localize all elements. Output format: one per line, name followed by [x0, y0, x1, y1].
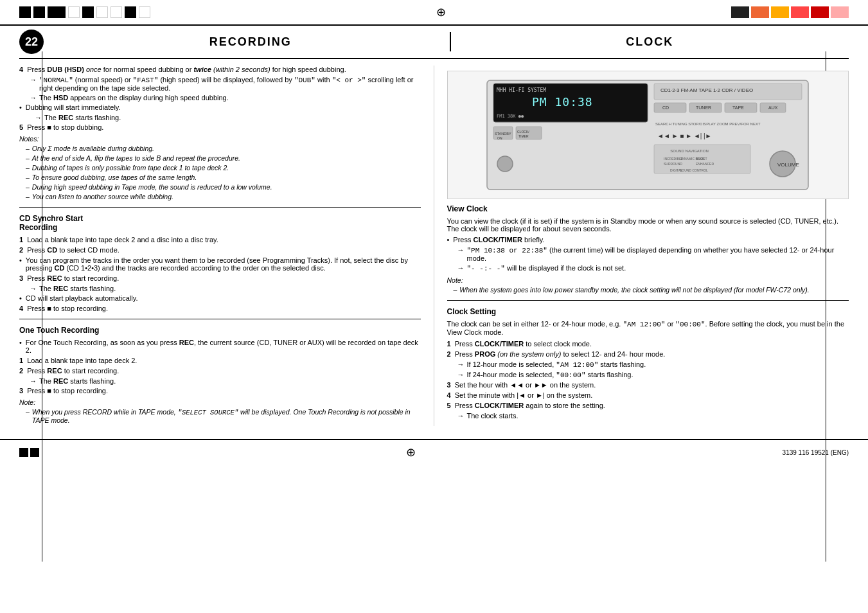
- arrow-icon-2: →: [30, 94, 37, 102]
- cd-arrow-icon-1: →: [30, 285, 37, 292]
- view-clock-body: You can view the clock (if it is set) if…: [447, 217, 849, 233]
- svg-text:FM1 38K ●●: FM1 38K ●●: [497, 114, 524, 119]
- ot-bullet-1: • For One Touch Recording, as soon as yo…: [19, 339, 421, 354]
- note-5: – During high speed dubbing in Tape mode…: [26, 183, 421, 191]
- color-block-3: [771, 6, 789, 18]
- view-clock-bullet-icon: •: [447, 236, 450, 244]
- ot-bullet-1-text: For One Touch Recording, as soon as you …: [26, 339, 421, 354]
- svg-text:VOLUME: VOLUME: [777, 162, 799, 168]
- note-6: – You can listen to another source while…: [26, 193, 421, 200]
- note-dash-5: –: [26, 183, 30, 191]
- cs-arrow-icon-3: →: [457, 412, 465, 420]
- bottom-bar-left: [19, 448, 39, 457]
- note-6-text: You can listen to another source while d…: [32, 193, 173, 200]
- cd-bullet-1: • You can program the tracks in the orde…: [19, 256, 421, 272]
- ot-note-1-text: When you press RECORD while in TAPE mode…: [32, 408, 421, 424]
- cd-step-3-num: 3: [19, 274, 23, 282]
- cs-arrow-12h-text: If 12-hour mode is selected, "AM 12:00" …: [467, 360, 646, 369]
- cs-arrow-icon-1: →: [457, 360, 465, 368]
- ot-step-2-num: 2: [19, 367, 23, 375]
- svg-text:CLOCK/: CLOCK/: [517, 130, 529, 134]
- deco-block-3: [48, 6, 66, 18]
- right-column-clock: MHH HI-FI SYSTEM PM 10:38 FM1 38K ●● STA…: [434, 66, 849, 426]
- note-4-text: To ensure good dubbing, use tapes of the…: [32, 173, 197, 181]
- cd-bullet-icon-1: •: [19, 256, 22, 264]
- bottom-compass-icon: ⊕: [406, 445, 416, 459]
- svg-text:SEARCH  TUNING  STOP/DISPLAY  : SEARCH TUNING STOP/DISPLAY ZOOM PREV/FOR…: [655, 122, 761, 126]
- cs-step-3: 3 Set the hour with ◄◄ or ►► on the syst…: [447, 381, 849, 389]
- cd-arrow-rec-text: The REC starts flashing.: [39, 285, 116, 292]
- cd-synchro-title: CD Synchro StartRecording: [19, 214, 421, 232]
- cs-arrow-12h: → If 12-hour mode is selected, "AM 12:00…: [457, 360, 849, 369]
- svg-rect-13: [654, 103, 686, 112]
- note-1: – Only Σ mode is available during dubbin…: [26, 145, 421, 152]
- svg-text:MHH HI-FI SYSTEM: MHH HI-FI SYSTEM: [497, 87, 546, 93]
- cd-step-2: 2 Press CD to select CD mode.: [19, 246, 421, 254]
- header-row: 22 RECORDING CLOCK: [19, 26, 849, 59]
- bottom-deco-1: [19, 448, 28, 457]
- cd-step-4-num: 4: [19, 305, 23, 312]
- note-dash-6: –: [26, 193, 30, 200]
- cd-step-1: 1 Load a blank tape into tape deck 2 and…: [19, 236, 421, 244]
- two-col-layout: 4 Press DUB (HSD) once for normal speed …: [19, 66, 849, 426]
- main-content: 22 RECORDING CLOCK 4 Press DUB (HSD) onc…: [0, 26, 868, 426]
- ot-step-3-num: 3: [19, 387, 23, 395]
- cd-arrow-rec: → The REC starts flashing.: [30, 285, 421, 292]
- bottom-center: ⊕: [39, 445, 783, 459]
- vc-note-1-text: When the system goes into low power stan…: [459, 286, 809, 294]
- view-clock-bullet-text: Press CLOCK/TIMER briefly.: [453, 236, 544, 244]
- top-bar: ⊕: [0, 0, 868, 26]
- cs-arrow-icon-2: →: [457, 371, 465, 378]
- arrow-item-normal: → "NORMAL" (normal speed) or "FAST" (hig…: [30, 76, 421, 92]
- svg-text:BOOST: BOOST: [696, 157, 707, 161]
- ot-arrow-rec-text: The REC starts flashing.: [39, 377, 116, 385]
- cs-arrow-clock-starts: → The clock starts.: [457, 412, 849, 420]
- arrow-icon-1: →: [30, 76, 37, 84]
- ot-note-label: Note:: [19, 398, 421, 406]
- view-clock-arrow-1-text: "PM 10:38 or 22:38" (the current time) w…: [467, 246, 849, 262]
- cd-bullet-icon-2: •: [19, 294, 22, 302]
- svg-text:STANDBY: STANDBY: [495, 132, 511, 136]
- compass-icon: ⊕: [436, 5, 446, 19]
- svg-text:SURROUND: SURROUND: [664, 162, 682, 166]
- bottom-bar: ⊕ 3139 116 19521 (ENG): [0, 439, 868, 465]
- svg-text:TIMER: TIMER: [518, 134, 529, 138]
- svg-text:ENHANCED: ENHANCED: [696, 162, 714, 166]
- deco-block-9: [139, 6, 150, 18]
- page-number: 22: [25, 35, 38, 49]
- note-dash-3: –: [26, 164, 30, 172]
- note-dash-1: –: [26, 145, 30, 152]
- view-clock-note-label: Note:: [447, 276, 849, 284]
- ot-step-3: 3 Press ■ to stop recording.: [19, 387, 421, 395]
- deco-block-1: [19, 6, 31, 18]
- device-image: MHH HI-FI SYSTEM PM 10:38 FM1 38K ●● STA…: [447, 71, 849, 199]
- bottom-catalog: 3139 116 19521 (ENG): [783, 449, 849, 456]
- cs-step-2-num: 2: [447, 350, 451, 358]
- deco-block-7: [111, 6, 122, 18]
- svg-text:TUNER: TUNER: [696, 105, 711, 110]
- view-clock-arrow-1: → "PM 10:38 or 22:38" (the current time)…: [457, 246, 849, 262]
- device-svg: MHH HI-FI SYSTEM PM 10:38 FM1 38K ●● STA…: [481, 74, 815, 196]
- bullet-dubbing: • Dubbing will start immediately.: [19, 103, 421, 111]
- color-block-1: [731, 6, 749, 18]
- svg-text:PM 10:38: PM 10:38: [532, 95, 593, 109]
- view-clock-note-1: – When the system goes into low power st…: [454, 286, 849, 294]
- deco-block-6: [96, 6, 108, 18]
- note-3-text: Dubbing of tapes is only possible from t…: [32, 164, 229, 172]
- sep-1: [19, 207, 421, 208]
- arrow-rec-flash-1: → The REC starts flashing.: [35, 114, 421, 121]
- cd-step-3: 3 Press REC to start recording.: [19, 274, 421, 282]
- step-4-number: 4: [19, 66, 23, 73]
- cs-arrow-clock-starts-text: The clock starts.: [467, 412, 518, 420]
- cs-arrow-24h: → If 24-hour mode is selected, "00:00" s…: [457, 371, 849, 379]
- side-line-left: [42, 51, 42, 562]
- color-block-6: [831, 6, 849, 18]
- arrow-hsd-text: The HSD appears on the display during hi…: [39, 94, 229, 102]
- view-clock-bullet: • Press CLOCK/TIMER briefly.: [447, 236, 849, 244]
- view-clock-arrow-2-text: "- -:- -" will be displayed if the clock…: [467, 264, 626, 272]
- color-block-4: [791, 6, 809, 18]
- step-5-number: 5: [19, 123, 23, 131]
- note-3: – Dubbing of tapes is only possible from…: [26, 164, 421, 172]
- one-touch-title: One Touch Recording: [19, 326, 421, 335]
- cs-step-2: 2 Press PROG (on the system only) to sel…: [447, 350, 849, 358]
